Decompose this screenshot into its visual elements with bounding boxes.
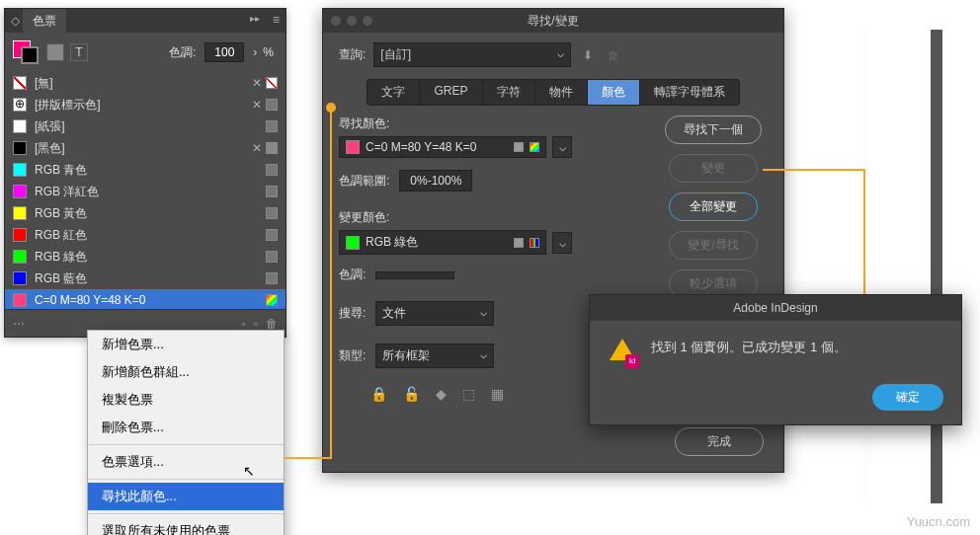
- find-color-dropdown[interactable]: ⌵: [552, 136, 572, 158]
- new-group-icon[interactable]: ▫: [241, 317, 245, 331]
- fill-stroke-control[interactable]: [13, 40, 41, 64]
- text-formatting-icon[interactable]: T: [70, 43, 88, 61]
- swatch-list: [無]✕[拼版標示色]✕[紙張][黑色]✕RGB 青色RGB 洋紅色RGB 黃色…: [5, 72, 286, 309]
- color-mode-icon: [266, 251, 278, 263]
- swatch-name: RGB 藍色: [35, 270, 258, 287]
- locked-layers-icon[interactable]: 🔒: [370, 386, 387, 402]
- swatch-row-icons: [266, 186, 278, 197]
- tint-unit: %: [263, 45, 274, 59]
- color-mode-icon: [266, 207, 278, 219]
- panel-menu-icon[interactable]: ≡: [273, 13, 280, 27]
- swatch-row[interactable]: RGB 藍色: [5, 268, 286, 289]
- trash-icon[interactable]: 🗑: [266, 317, 278, 331]
- menu-item[interactable]: 複製色票: [88, 386, 284, 414]
- swatch-row-icons: [266, 229, 278, 241]
- change-color-field[interactable]: RGB 綠色: [339, 230, 546, 255]
- menu-separator: [88, 513, 284, 514]
- swatch-row-icons: [266, 251, 278, 263]
- swatch-chip: [13, 119, 27, 133]
- menu-item[interactable]: 新增顏色群組...: [88, 358, 284, 386]
- delete-query-icon[interactable]: 🗑: [605, 48, 622, 62]
- container-icon[interactable]: [46, 43, 64, 61]
- tint-range-value[interactable]: 0%-100%: [399, 170, 472, 191]
- swatch-row[interactable]: [無]✕: [5, 72, 286, 94]
- change-color-chip: [346, 236, 360, 250]
- ok-button[interactable]: 確定: [872, 384, 943, 411]
- close-light[interactable]: [331, 16, 341, 26]
- change-button[interactable]: 變更: [669, 154, 758, 183]
- swatch-row[interactable]: [黑色]✕: [5, 137, 286, 159]
- change-color-dropdown[interactable]: ⌵: [552, 232, 572, 254]
- connector-line: [863, 169, 865, 303]
- swatch-row[interactable]: RGB 黃色: [5, 202, 286, 224]
- swatches-panel: ◇ 色票 ▸▸ ≡ T 色調: › % [無]✕[拼版標示色]✕[紙張][黑色]…: [4, 8, 286, 338]
- swatch-row[interactable]: C=0 M=80 Y=48 K=0: [5, 289, 286, 311]
- save-query-icon[interactable]: ⬇: [579, 48, 597, 62]
- find-color-label: 尋找顏色:: [339, 115, 647, 132]
- new-swatch-icon[interactable]: ▫: [254, 317, 258, 331]
- swatch-chip: [13, 293, 27, 307]
- tab-字符[interactable]: 字符: [483, 80, 535, 105]
- footnotes-icon[interactable]: ▦: [491, 386, 504, 402]
- change-tint-value[interactable]: [375, 271, 454, 279]
- swatch-row[interactable]: RGB 綠色: [5, 246, 286, 268]
- color-mode-icon: [266, 99, 278, 111]
- swatches-tab[interactable]: 色票: [23, 9, 66, 34]
- tab-顏色[interactable]: 顏色: [588, 80, 640, 105]
- type-select[interactable]: 所有框架 ⌵: [375, 344, 494, 368]
- swatch-name: RGB 紅色: [35, 227, 258, 244]
- hidden-layers-icon[interactable]: ◆: [436, 386, 447, 402]
- tab-GREP[interactable]: GREP: [420, 80, 482, 105]
- zoom-light[interactable]: [363, 16, 372, 26]
- menu-item[interactable]: 刪除色票...: [88, 414, 284, 441]
- done-button[interactable]: 完成: [675, 427, 764, 456]
- menu-item[interactable]: 新增色票...: [88, 331, 284, 358]
- swatch-row[interactable]: [拼版標示色]✕: [5, 94, 286, 115]
- panel-tab-bar: ◇ 色票 ▸▸ ≡: [5, 9, 286, 33]
- change-color-label: 變更顏色:: [339, 209, 647, 226]
- tab-物件[interactable]: 物件: [535, 80, 588, 105]
- type-value: 所有框架: [382, 347, 430, 364]
- tint-dropdown-icon[interactable]: ›: [253, 45, 257, 59]
- color-mode-icon: [266, 294, 278, 306]
- menu-separator: [88, 444, 284, 445]
- master-pages-icon[interactable]: ⬚: [462, 386, 475, 402]
- rainbow-icon: [530, 142, 539, 152]
- swatch-row[interactable]: [紙張]: [5, 115, 286, 137]
- color-mode-icon: [266, 186, 278, 197]
- not-editable-icon: ✕: [252, 98, 262, 112]
- color-mode-icon: [266, 142, 278, 154]
- color-mode-icon: [266, 120, 278, 132]
- swatch-row[interactable]: RGB 洋紅色: [5, 181, 286, 202]
- search-select[interactable]: 文件 ⌵: [375, 301, 494, 326]
- swatch-name: [黑色]: [35, 140, 244, 157]
- swatch-name: [紙張]: [35, 118, 258, 135]
- swatch-row-icons: [266, 272, 278, 284]
- query-select[interactable]: [自訂] ⌵: [373, 42, 571, 67]
- not-editable-icon: ✕: [252, 141, 262, 155]
- swatch-row-icons: [266, 207, 278, 219]
- tab-文字[interactable]: 文字: [368, 80, 420, 105]
- tint-input[interactable]: [204, 42, 244, 62]
- minimize-light[interactable]: [347, 16, 357, 26]
- change-all-button[interactable]: 全部變更: [669, 192, 758, 221]
- footer-icon[interactable]: ⋯: [13, 317, 25, 331]
- collapse-icon[interactable]: ▸▸: [250, 13, 260, 24]
- swatch-row[interactable]: RGB 紅色: [5, 224, 286, 246]
- change-find-button[interactable]: 變更/尋找: [669, 231, 758, 260]
- find-next-button[interactable]: 尋找下一個: [665, 115, 762, 144]
- alert-dialog: Adobe InDesign Id 找到 1 個實例。已成功變更 1 個。 確定: [589, 294, 962, 425]
- alert-body: Id 找到 1 個實例。已成功變更 1 個。: [590, 321, 961, 376]
- menu-item[interactable]: 選取所有未使用的色票: [88, 517, 284, 535]
- menu-item[interactable]: 尋找此顏色...: [88, 483, 284, 510]
- stroke-box[interactable]: [21, 46, 39, 64]
- tab-轉譯字母體系[interactable]: 轉譯字母體系: [640, 80, 739, 105]
- locked-stories-icon[interactable]: 🔓: [403, 386, 420, 402]
- swatch-row[interactable]: RGB 青色: [5, 159, 286, 181]
- swatch-chip: [13, 250, 27, 264]
- traffic-lights[interactable]: [331, 16, 372, 26]
- find-color-chip: [346, 140, 360, 154]
- watermark: Yuucn.com: [907, 514, 970, 529]
- swatch-chip: [13, 228, 27, 242]
- find-color-field[interactable]: C=0 M=80 Y=48 K=0: [339, 136, 546, 158]
